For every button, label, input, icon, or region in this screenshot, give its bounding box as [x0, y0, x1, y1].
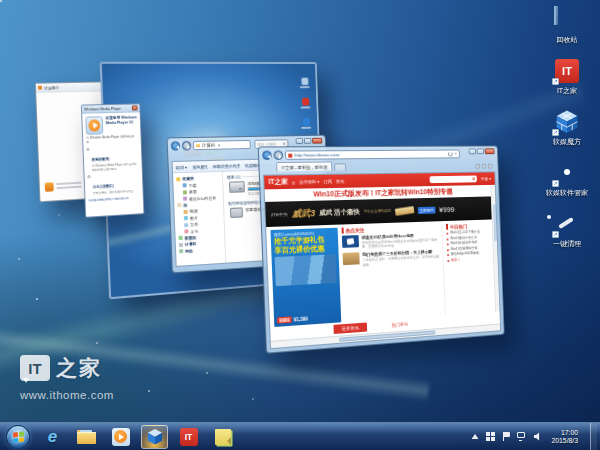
- ad-model: 威武3: [292, 206, 316, 220]
- home-icon[interactable]: [475, 164, 480, 169]
- browser-tab[interactable]: IT之家 - 爱科技，爱这里: [276, 161, 332, 171]
- wmp-setup-dialog[interactable]: Windows Media Player 欢迎使用 Windows Media …: [81, 103, 145, 217]
- news-item[interactable]: 诺基亚30亿美元出售Here地图 诺基亚官方宣布将Here地图业务出售给德国汽车…: [342, 232, 440, 250]
- close-icon[interactable]: [485, 148, 495, 154]
- lumia-ad-card[interactable]: 微软Lumia640/640XL 抢千元手游礼包 享百元裸价优惠 ¥999 ¥1…: [270, 228, 341, 327]
- desktop-icon-mofang[interactable]: ↗ 软媒魔方: [538, 109, 596, 147]
- mini-mofang-icon: [302, 118, 309, 126]
- hot-section-header: 热点关注: [345, 227, 364, 234]
- ithome-logo-icon: IT: [20, 355, 50, 381]
- new-tab-button[interactable]: [334, 163, 346, 170]
- radio-recommended[interactable]: [86, 147, 89, 150]
- volume-icon[interactable]: [534, 432, 543, 441]
- sticky-note-icon: [215, 429, 231, 445]
- stop-icon[interactable]: ×: [454, 151, 457, 156]
- more-news-button[interactable]: 更多资讯: [333, 323, 366, 335]
- forward-button[interactable]: [274, 151, 284, 160]
- recommended-settings-label[interactable]: 推荐设置(R): [92, 157, 110, 162]
- shortcut-arrow-icon: ↗: [552, 180, 559, 187]
- minimize-icon[interactable]: [296, 138, 304, 144]
- action-center-icon[interactable]: [502, 432, 510, 441]
- lumia-ad-line2: 享百元裸价优惠: [274, 244, 335, 255]
- ad-brand: ZTE中兴: [271, 211, 288, 217]
- nav-network[interactable]: 网络: [179, 246, 225, 254]
- get-windows10-icon[interactable]: [486, 432, 495, 441]
- shortcut-arrow-icon: ↗: [552, 78, 559, 85]
- hot-comments-link[interactable]: 热门评论: [391, 322, 408, 328]
- refresh-icon[interactable]: [448, 152, 453, 157]
- wmp-logo-icon: [85, 116, 103, 135]
- taskbar-ithome-button[interactable]: IT: [175, 425, 202, 449]
- nav-favorites[interactable]: 收藏夹: [176, 175, 222, 182]
- address-breadcrumb[interactable]: 计算机 ▾: [193, 140, 251, 150]
- floppy-drive-icon: [230, 207, 243, 218]
- login-button[interactable]: 登录 ▾: [481, 176, 491, 181]
- site-favicon: [288, 153, 292, 157]
- ithome-webpage: IT之家 ≡ 合作导航 ▾ 订阅 资讯 登录 ▾ Win10正式版发布！IT之家…: [263, 171, 501, 349]
- back-window-title: 软媒魔方: [44, 85, 60, 90]
- nav-subscribe[interactable]: 订阅: [323, 179, 332, 184]
- phone-image: [395, 206, 415, 216]
- ie-browser-window[interactable]: http://www.ithome.com/ × IT之家 - 爱科技，爱这里 …: [258, 145, 505, 353]
- favorites-icon[interactable]: [482, 164, 487, 169]
- organize-menu[interactable]: 组织 ▾: [176, 164, 187, 169]
- system-tray: 17:00 2015/8/3: [472, 423, 600, 450]
- mini-ithome-icon: [302, 98, 309, 106]
- maximize-icon[interactable]: [477, 148, 484, 154]
- taskbar-clock[interactable]: 17:00 2015/8/3: [552, 429, 578, 445]
- ithome-icon: IT: [180, 428, 198, 446]
- minimize-icon[interactable]: [469, 148, 476, 154]
- custom-settings-label[interactable]: 自定义设置(C): [93, 184, 114, 189]
- tools-icon[interactable]: [488, 164, 493, 169]
- start-button[interactable]: [6, 425, 30, 449]
- news-thumbnail: [343, 253, 360, 266]
- close-icon[interactable]: [132, 105, 138, 110]
- address-bar[interactable]: http://www.ithome.com/ ×: [285, 150, 460, 160]
- desktop-icon-software-manager[interactable]: ↗ 软媒软件管家: [538, 160, 596, 198]
- app-icon: [38, 86, 42, 90]
- taskbar-wmp-button[interactable]: [107, 425, 134, 449]
- desktop-icon-cleaner[interactable]: ↗ 一键清理: [538, 211, 596, 249]
- taskbar-notes-button[interactable]: [209, 425, 236, 449]
- ie-caption-buttons: [469, 148, 495, 154]
- taskbar-ie-button[interactable]: e: [39, 425, 66, 449]
- back-button[interactable]: [262, 151, 272, 160]
- show-desktop-button[interactable]: [590, 423, 597, 450]
- desktop-icon-ithome[interactable]: IT ↗ IT之家: [538, 58, 596, 96]
- mofang-cube-icon: [146, 428, 164, 446]
- media-player-icon: [112, 428, 130, 446]
- site-search-input[interactable]: [430, 175, 477, 183]
- recycle-bin-icon: [554, 7, 558, 24]
- nav-news[interactable]: 资讯: [336, 179, 344, 184]
- close-icon[interactable]: [312, 138, 322, 144]
- back-button[interactable]: [171, 141, 180, 150]
- sidebar-link[interactable]: 更多 >: [447, 256, 494, 262]
- menu-icon[interactable]: ≡: [292, 179, 295, 185]
- explorer-nav-pane: 收藏夹 下载 桌面 最近访问的位置 库 视频 图片 文档 音乐 家庭组 计算机 …: [173, 172, 226, 266]
- taskbar-explorer-button[interactable]: [73, 425, 100, 449]
- shortcut-arrow-icon: ↗: [552, 129, 559, 136]
- shortcut-arrow-icon: ↗: [552, 231, 559, 238]
- nav-partners[interactable]: 合作导航 ▾: [299, 179, 319, 185]
- network-icon[interactable]: [517, 432, 527, 441]
- taskbar-mofang-button-active[interactable]: [141, 425, 168, 449]
- group-header-harddisks[interactable]: 硬盘 (1): [227, 174, 241, 179]
- radio-custom[interactable]: [87, 175, 90, 178]
- ie-icon: e: [48, 428, 57, 445]
- scrollbar-thumb[interactable]: [492, 204, 496, 242]
- news-item[interactable]: 我们帮您踩了三天价格行情：买上就小赚 八月装机正当时，本周硬件价格走势汇总，DI…: [343, 249, 441, 268]
- orange-app-logo-icon: [45, 182, 54, 192]
- show-hidden-icons-button[interactable]: [472, 434, 479, 439]
- clock-date: 2015/8/3: [552, 437, 578, 445]
- privacy-note-link[interactable]: 阅读联机隐私声明以了解详细信息。: [88, 196, 140, 202]
- uninstall-programs-button[interactable]: 卸载或更改程序: [213, 163, 240, 169]
- desktop-icon-recycle-bin[interactable]: 回收站: [538, 7, 596, 45]
- system-properties-button[interactable]: 系统属性: [192, 164, 208, 170]
- preorder-button[interactable]: 立即预约: [418, 206, 436, 213]
- hot-news-column: 热点关注 诺基亚30亿美元出售Here地图 诺基亚官方宣布将Here地图业务出售…: [342, 224, 446, 322]
- forward-button[interactable]: [182, 141, 191, 150]
- watermark-brand-text: 之家: [56, 354, 102, 382]
- wmp-title: Windows Media Player: [84, 106, 130, 111]
- site-logo[interactable]: IT之家: [268, 177, 288, 187]
- maximize-icon[interactable]: [304, 138, 312, 144]
